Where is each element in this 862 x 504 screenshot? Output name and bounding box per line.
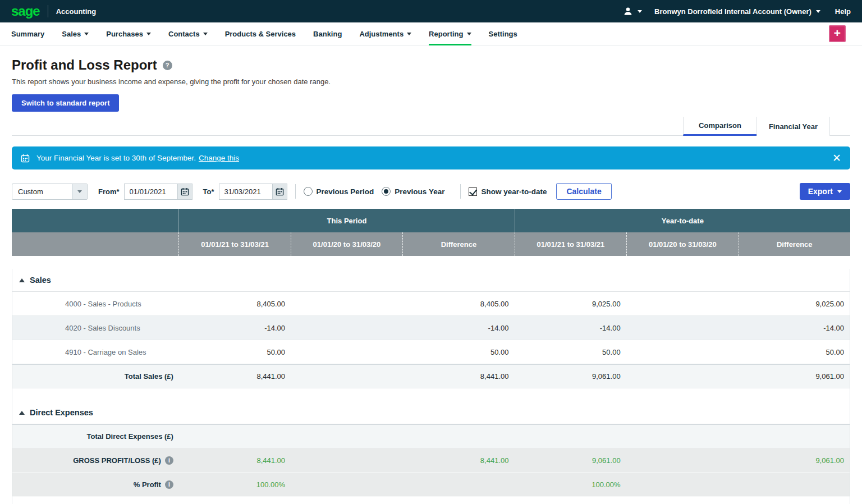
filter-divider	[295, 184, 296, 199]
product-name: Accounting	[56, 7, 97, 16]
col-header: 01/01/21 to 31/03/21	[178, 232, 290, 256]
export-button[interactable]: Export	[800, 183, 850, 200]
chevron-down-icon	[203, 33, 208, 35]
date-range-select[interactable]: Custom	[12, 184, 88, 200]
value-cell: 50.00	[514, 340, 626, 364]
tab-comparison[interactable]: Comparison	[683, 117, 756, 136]
row-label: Total Sales (£)	[12, 365, 179, 388]
show-ytd-checkbox[interactable]: Show year-to-date	[469, 187, 547, 196]
value-cell: 8,441.00	[179, 448, 291, 472]
value-cell: 8,405.00	[402, 292, 514, 315]
nav-banking[interactable]: Banking	[313, 22, 342, 45]
chevron-down-icon	[146, 33, 151, 35]
value-cell	[402, 425, 514, 448]
value-cell	[514, 425, 626, 448]
value-cell	[291, 340, 402, 364]
value-cell	[626, 425, 738, 448]
value-cell	[626, 473, 738, 496]
previous-year-radio[interactable]: Previous Year	[382, 187, 444, 196]
page-title: Profit and Loss Report	[12, 57, 157, 73]
value-cell: 9,025.00	[514, 292, 626, 315]
value-cell	[291, 316, 402, 340]
to-calendar-button[interactable]	[272, 184, 287, 200]
switch-standard-report-button[interactable]: Switch to standard report	[12, 94, 119, 112]
financial-year-banner: Your Financial Year is set to 30th of Se…	[12, 146, 850, 169]
brand-divider	[48, 5, 48, 17]
account-row: 4020 - Sales Discounts-14.00-14.00-14.00…	[12, 316, 850, 340]
collapse-triangle-icon[interactable]	[19, 411, 25, 415]
date-range-value: Custom	[12, 187, 72, 196]
highlight-row: % Profiti100.00%100.00%	[12, 473, 850, 497]
main-nav: Summary Sales Purchases Contacts Product…	[0, 22, 862, 45]
chevron-down-icon	[467, 33, 471, 35]
nav-purchases[interactable]: Purchases	[106, 22, 151, 45]
topbar: sage Accounting Bronwyn Dorrofield Inter…	[0, 0, 862, 22]
account-row: 4910 - Carriage on Sales50.0050.0050.005…	[12, 340, 850, 364]
row-label: 4000 - Sales - Products	[12, 292, 179, 315]
value-cell: 50.00	[738, 340, 850, 364]
section-label: Direct Expenses	[30, 408, 93, 417]
value-cell	[291, 292, 402, 315]
radio-checked-icon[interactable]	[382, 187, 391, 196]
info-icon[interactable]: i	[165, 480, 173, 489]
nav-products-services[interactable]: Products & Services	[225, 22, 296, 45]
value-cell	[291, 425, 402, 448]
calendar-icon	[21, 154, 30, 163]
value-cell	[626, 340, 738, 364]
help-link[interactable]: Help	[835, 7, 851, 16]
nav-reporting[interactable]: Reporting	[429, 22, 471, 45]
col-header: Difference	[739, 232, 850, 256]
value-cell: 9,061.00	[738, 448, 850, 472]
nav-contacts[interactable]: Contacts	[168, 22, 208, 45]
nav-summary[interactable]: Summary	[11, 22, 44, 45]
value-cell	[626, 292, 738, 315]
table-body: Sales4000 - Sales - Products8,405.008,40…	[12, 269, 850, 504]
nav-settings[interactable]: Settings	[489, 22, 517, 45]
banner-close-icon[interactable]: ✕	[832, 153, 841, 163]
value-cell	[179, 425, 291, 448]
value-cell	[626, 448, 738, 472]
value-cell: 50.00	[402, 340, 514, 364]
info-icon[interactable]: i	[165, 456, 173, 465]
from-label: From*	[98, 187, 120, 196]
sage-logo[interactable]: sage	[11, 1, 40, 21]
row-label: 4910 - Carriage on Sales	[12, 340, 179, 364]
radio-icon[interactable]	[304, 187, 313, 196]
calculate-button[interactable]: Calculate	[556, 183, 611, 200]
account-caret-icon[interactable]	[816, 10, 820, 13]
user-menu-caret-icon[interactable]	[638, 10, 642, 13]
value-cell: 100.00%	[179, 473, 291, 496]
chevron-down-icon	[84, 33, 89, 35]
value-cell	[291, 448, 402, 472]
previous-period-radio[interactable]: Previous Period	[304, 187, 374, 196]
chevron-down-icon	[837, 190, 842, 193]
total-row: Total Sales (£)8,441.008,441.009,061.009…	[12, 364, 850, 388]
to-date-input[interactable]	[219, 184, 272, 200]
highlight-row: GROSS PROFIT/LOSS (£)i8,441.008,441.009,…	[12, 448, 850, 473]
nav-sales[interactable]: Sales	[62, 22, 89, 45]
select-caret-box[interactable]	[72, 184, 87, 199]
nav-adjustments[interactable]: Adjustments	[359, 22, 411, 45]
filter-bar: Custom From* To* Previous Period Previou…	[12, 183, 850, 200]
from-date-input[interactable]	[124, 184, 177, 200]
row-label: GROSS PROFIT/LOSS (£)i	[12, 448, 179, 472]
section-header-row[interactable]: Direct Expenses	[12, 401, 850, 424]
quick-add-button[interactable]: +	[829, 25, 846, 42]
from-calendar-button[interactable]	[177, 184, 192, 200]
account-row: 4000 - Sales - Products8,405.008,405.009…	[12, 292, 850, 316]
checkbox-checked-icon[interactable]	[469, 187, 477, 196]
change-this-link[interactable]: Change this	[199, 154, 239, 162]
filter-divider	[460, 184, 461, 199]
row-label: Total Direct Expenses (£)	[12, 425, 179, 448]
title-help-icon[interactable]: ?	[163, 61, 172, 70]
value-cell: -14.00	[402, 316, 514, 340]
value-cell	[291, 473, 402, 496]
collapse-triangle-icon[interactable]	[19, 278, 25, 282]
account-name[interactable]: Bronwyn Dorrofield Internal Account (Own…	[654, 7, 811, 16]
section-header-row[interactable]: Sales	[12, 269, 850, 292]
user-avatar-icon[interactable]	[623, 6, 633, 16]
col-header: 01/01/20 to 31/03/20	[291, 232, 402, 256]
row-label: 4020 - Sales Discounts	[12, 316, 179, 340]
value-cell	[738, 425, 850, 448]
tab-financial-year[interactable]: Financial Year	[756, 117, 830, 136]
